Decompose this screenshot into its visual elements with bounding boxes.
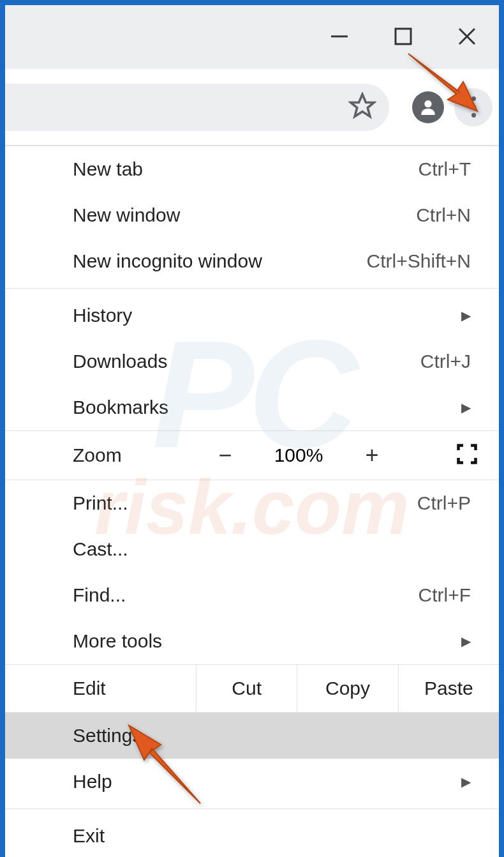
menu-item-print[interactable]: Print... Ctrl+P [5,480,499,526]
menu-shortcut: Ctrl+P [417,492,471,514]
menu-label: Bookmarks [73,397,461,418]
menu-item-cast[interactable]: Cast... [5,526,499,572]
menu-label: Settings [73,725,471,747]
menu-item-zoom: Zoom − 100% + [5,430,499,480]
submenu-arrow-icon: ▶ [461,633,471,649]
menu-label: New window [73,204,416,226]
bookmark-star-icon[interactable] [348,92,376,123]
minimize-button[interactable] [308,14,371,59]
menu-shortcut: Ctrl+J [420,351,471,372]
browser-toolbar [5,69,499,146]
chrome-menu: New tab Ctrl+T New window Ctrl+N New inc… [5,146,499,857]
menu-item-edit: Edit Cut Copy Paste [5,664,499,713]
menu-separator [5,288,499,289]
kebab-dot-icon [471,105,476,109]
menu-label: Print... [73,492,417,514]
edit-paste-button[interactable]: Paste [399,665,499,712]
zoom-value: 100% [254,444,343,466]
edit-copy-button[interactable]: Copy [297,665,398,712]
edit-cut-button[interactable]: Cut [196,665,297,712]
menu-label: New tab [73,158,419,180]
menu-item-history[interactable]: History ▶ [5,292,499,338]
omnibox[interactable] [5,84,389,131]
menu-shortcut: Ctrl+N [416,204,471,226]
submenu-arrow-icon: ▶ [461,308,471,323]
menu-label: Exit [73,825,471,847]
menu-shortcut: Ctrl+F [419,584,471,606]
menu-label: New incognito window [73,250,367,272]
menu-item-settings[interactable]: Settings [5,713,499,759]
close-button[interactable] [435,14,499,59]
menu-item-downloads[interactable]: Downloads Ctrl+J [5,338,499,384]
menu-label: History [73,305,461,326]
menu-item-new-window[interactable]: New window Ctrl+N [5,192,499,238]
more-menu-button[interactable] [454,88,493,126]
menu-shortcut: Ctrl+Shift+N [367,250,471,272]
menu-label: Help [73,771,461,793]
menu-item-new-incognito[interactable]: New incognito window Ctrl+Shift+N [5,238,499,284]
menu-separator [5,808,499,809]
menu-item-bookmarks[interactable]: Bookmarks ▶ [5,384,499,430]
zoom-label: Zoom [5,444,196,466]
kebab-dot-icon [471,96,476,101]
svg-marker-4 [351,94,374,116]
menu-label: More tools [73,630,461,652]
submenu-arrow-icon: ▶ [461,400,471,415]
svg-point-5 [424,100,431,107]
submenu-arrow-icon: ▶ [461,774,471,789]
menu-item-exit[interactable]: Exit [5,813,499,857]
edit-label: Edit [5,665,196,712]
maximize-button[interactable] [371,14,435,59]
menu-item-new-tab[interactable]: New tab Ctrl+T [5,146,499,192]
menu-shortcut: Ctrl+T [419,158,471,180]
zoom-in-button[interactable]: + [343,436,401,475]
menu-item-help[interactable]: Help ▶ [5,759,499,805]
menu-label: Find... [73,584,419,606]
fullscreen-button[interactable] [435,443,499,468]
zoom-out-button[interactable]: − [196,436,254,475]
titlebar [5,5,499,69]
menu-label: Cast... [73,538,471,560]
kebab-dot-icon [471,113,476,118]
svg-rect-1 [396,29,411,44]
menu-label: Downloads [73,351,420,372]
menu-item-find[interactable]: Find... Ctrl+F [5,572,499,618]
menu-item-more-tools[interactable]: More tools ▶ [5,618,499,664]
profile-button[interactable] [412,91,444,123]
browser-window: New tab Ctrl+T New window Ctrl+N New inc… [0,0,504,857]
